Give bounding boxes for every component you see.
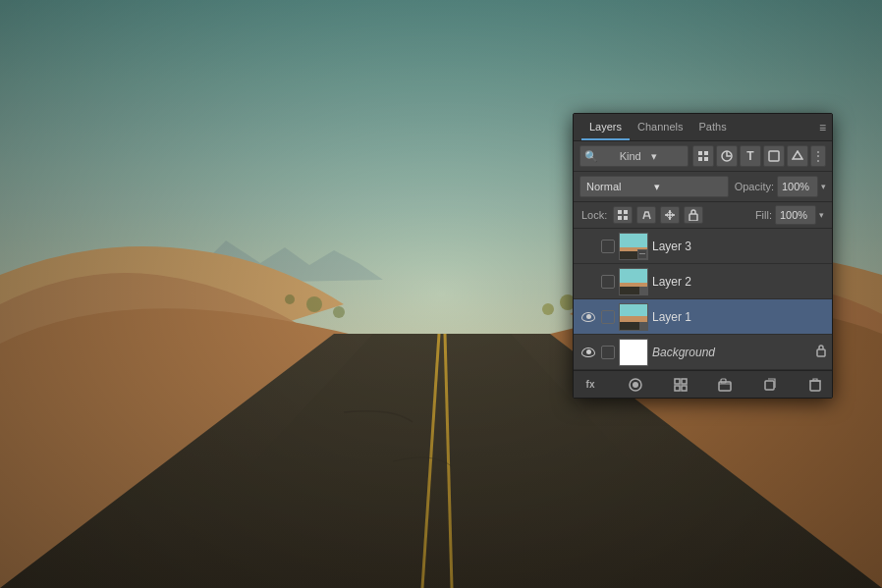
add-mask-button[interactable] (625, 375, 646, 395)
new-group-button[interactable] (714, 375, 736, 395)
fill-value-input[interactable]: 100% (775, 205, 816, 225)
svg-rect-16 (769, 151, 779, 161)
svg-rect-42 (682, 386, 687, 391)
filter-type-button[interactable]: T (740, 145, 761, 167)
background-lock-icon (816, 345, 826, 360)
tab-paths[interactable]: Paths (691, 114, 735, 140)
svg-rect-31 (639, 287, 648, 295)
filter-pixel-button[interactable] (692, 145, 714, 167)
filter-adjustment-button[interactable] (716, 145, 738, 167)
background-thumbnail (619, 339, 648, 366)
blend-mode-select[interactable]: Normal ▾ (579, 176, 729, 197)
svg-rect-45 (765, 381, 774, 390)
layer3-checkbox[interactable] (601, 240, 615, 253)
tab-layers[interactable]: Layers (581, 114, 630, 140)
lock-fill-row: Lock: (574, 202, 832, 229)
svg-rect-46 (810, 381, 820, 391)
background-eye-icon (581, 347, 595, 357)
panel-tab-bar: Layers Channels Paths ≡ (574, 114, 832, 141)
filter-shape-button[interactable] (763, 145, 785, 167)
layers-list: Layer 3 Layer 2 (574, 229, 832, 370)
lock-icons-group (613, 206, 703, 224)
opacity-value-input[interactable]: 100% (777, 176, 818, 197)
lock-paint-button[interactable] (636, 206, 656, 224)
svg-marker-17 (793, 151, 802, 159)
blend-arrow-icon: ▾ (654, 181, 722, 193)
filter-row: 🔍 Kind ▾ T ⋮ (574, 141, 832, 172)
svg-rect-39 (675, 379, 680, 384)
layer-item-layer1[interactable]: Layer 1 (574, 299, 832, 335)
lock-label: Lock: (581, 209, 607, 221)
layer1-visibility-toggle[interactable] (579, 308, 597, 326)
svg-rect-40 (682, 379, 687, 384)
layer1-name: Layer 1 (652, 310, 826, 324)
svg-rect-14 (704, 157, 708, 161)
svg-rect-11 (698, 151, 702, 155)
layer1-eye-pupil (586, 314, 591, 319)
background-name: Background (652, 346, 812, 359)
layer3-name: Layer 3 (652, 240, 826, 253)
svg-rect-18 (618, 210, 622, 214)
new-adjustment-button[interactable] (670, 375, 691, 395)
svg-rect-13 (698, 157, 702, 161)
svg-rect-41 (675, 386, 680, 391)
background-eye-pupil (586, 349, 591, 354)
svg-rect-36 (817, 349, 825, 356)
filter-smart-button[interactable] (787, 145, 808, 167)
background-checkbox[interactable] (601, 346, 615, 359)
layer-item-layer2[interactable]: Layer 2 (574, 264, 832, 299)
filter-icons-group: T ⋮ (692, 145, 826, 167)
lock-move-button[interactable] (660, 206, 680, 224)
layer3-visibility-toggle[interactable] (579, 238, 597, 255)
layer2-visibility-toggle[interactable] (579, 273, 597, 291)
layer2-checkbox[interactable] (601, 275, 615, 289)
layer3-thumbnail (619, 233, 648, 260)
layer2-name: Layer 2 (652, 275, 826, 289)
layer3-thumb-corner (637, 249, 647, 259)
layer-item-layer3[interactable]: Layer 3 (574, 229, 832, 264)
search-icon: 🔍 (584, 150, 617, 163)
fill-group: Fill: 100% ▾ (755, 205, 824, 225)
layer1-thumbnail (619, 303, 648, 331)
svg-rect-20 (618, 216, 622, 220)
delete-layer-button[interactable] (804, 375, 826, 395)
lock-pixels-button[interactable] (613, 206, 633, 224)
layers-panel: Layers Channels Paths ≡ 🔍 Kind ▾ T (573, 113, 833, 399)
panel-menu-button[interactable]: ≡ (819, 121, 826, 134)
svg-point-38 (633, 382, 638, 388)
layer-item-background[interactable]: Background (574, 335, 832, 370)
opacity-arrow-icon: ▾ (821, 182, 826, 191)
svg-rect-21 (624, 216, 628, 220)
svg-rect-19 (624, 210, 628, 214)
svg-rect-27 (639, 253, 645, 254)
fill-label: Fill: (755, 209, 772, 221)
svg-rect-12 (704, 151, 708, 155)
layer1-checkbox[interactable] (601, 310, 615, 324)
background-visibility-toggle[interactable] (579, 344, 597, 361)
blend-opacity-row: Normal ▾ Opacity: 100% ▾ (574, 172, 832, 202)
opacity-label: Opacity: (735, 181, 774, 192)
fill-arrow-icon: ▾ (819, 210, 824, 220)
new-layer-button[interactable] (759, 375, 781, 395)
svg-rect-22 (689, 214, 697, 221)
lock-all-button[interactable] (684, 206, 703, 224)
kind-select[interactable]: 🔍 Kind ▾ (579, 145, 689, 167)
layer-fx-button[interactable]: fx (579, 375, 601, 395)
panel-bottom-toolbar: fx (574, 370, 832, 398)
opacity-group: Opacity: 100% ▾ (735, 176, 826, 197)
layer2-thumbnail (619, 268, 648, 295)
kind-arrow-icon: ▾ (651, 150, 684, 163)
tab-channels[interactable]: Channels (630, 114, 690, 140)
layer1-eye-icon (581, 312, 595, 322)
filter-toggle-button[interactable]: ⋮ (810, 145, 826, 167)
svg-rect-35 (639, 322, 648, 331)
